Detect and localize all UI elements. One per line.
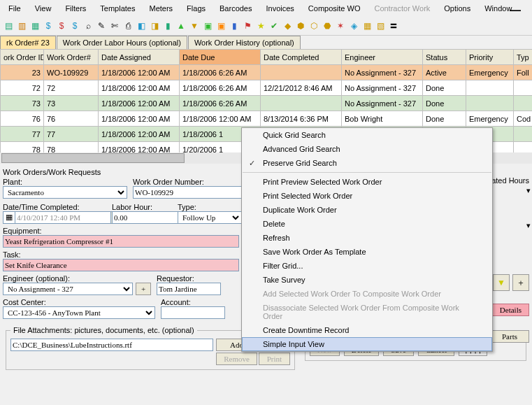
- details-button[interactable]: Details: [492, 304, 529, 316]
- toolbar-icon[interactable]: ⌕: [82, 20, 94, 31]
- col-engineer[interactable]: Engineer: [342, 50, 423, 65]
- context-item[interactable]: Create Downtime Record: [242, 323, 492, 337]
- parts-button[interactable]: Parts: [490, 330, 529, 343]
- scrollbar-thumb[interactable]: [1, 153, 185, 163]
- equipment-input[interactable]: [3, 235, 239, 248]
- tab-history[interactable]: Work Order History (optional): [188, 36, 301, 49]
- context-item[interactable]: Advanced Grid Search: [242, 142, 492, 156]
- col-work-order-id[interactable]: ork Order ID: [1, 50, 44, 65]
- toolbar-icon[interactable]: ▣: [202, 20, 213, 31]
- context-item[interactable]: Filter Grid...: [242, 259, 492, 273]
- filter-button[interactable]: ▼: [493, 274, 510, 291]
- toolbar-icon[interactable]: ✔: [268, 20, 280, 31]
- menu-view[interactable]: View: [28, 3, 59, 14]
- toolbar-icon[interactable]: ✶: [335, 20, 346, 31]
- menu-meters[interactable]: Meters: [142, 3, 180, 14]
- menu-composite-wo[interactable]: Composite WO: [301, 3, 368, 14]
- est-hours-dropdown-icon[interactable]: ▾: [526, 186, 531, 195]
- context-item[interactable]: Duplicate Work Order: [242, 203, 492, 217]
- table-row[interactable]: 72721/18/2006 12:00 AM1/18/2006 6:26 AM1…: [1, 80, 533, 96]
- context-item[interactable]: Save Work Order As Template: [242, 245, 492, 259]
- add-engineer-button[interactable]: +: [136, 283, 151, 295]
- toolbar-icon[interactable]: ▲: [175, 20, 187, 31]
- context-menu[interactable]: Quick Grid SearchAdvanced Grid SearchPre…: [241, 127, 493, 352]
- dropdown-icon-2[interactable]: ▾: [526, 221, 531, 230]
- toolbar-icon[interactable]: ◧: [136, 20, 147, 31]
- context-item[interactable]: Simple Input View: [242, 337, 492, 351]
- toolbar-icon[interactable]: $: [43, 20, 54, 31]
- col-date-assigned[interactable]: Date Assigned: [99, 50, 180, 65]
- cell: 1/18/2006 12:00 AM: [99, 142, 180, 153]
- menu-flags[interactable]: Flags: [180, 3, 213, 14]
- context-item[interactable]: Print Preview Selected Work Order: [242, 175, 492, 189]
- context-item[interactable]: Preserve Grid Search: [242, 156, 492, 170]
- context-item[interactable]: Delete: [242, 217, 492, 231]
- cost-center-select[interactable]: CC-123-456 - AnyTown Plant: [3, 306, 155, 319]
- add-button[interactable]: ＋: [512, 274, 529, 291]
- tab-labor-hours[interactable]: Work Order Labor Hours (optional): [57, 36, 187, 49]
- requestor-input[interactable]: [157, 283, 221, 295]
- attachment-path-input[interactable]: [10, 339, 213, 351]
- cell: 1/18/2006 6:26 AM: [180, 96, 261, 111]
- col-date-due[interactable]: Date Due: [180, 50, 261, 65]
- menu-templates[interactable]: Templates: [93, 3, 142, 14]
- toolbar-icon[interactable]: $: [56, 20, 67, 31]
- col-priority[interactable]: Priority: [466, 50, 514, 65]
- menu-filters[interactable]: Filters: [58, 3, 93, 14]
- cell: No Assignment - 327: [342, 80, 423, 96]
- tab-work-order-23[interactable]: rk Order# 23: [0, 36, 56, 49]
- cell: Done: [423, 111, 466, 127]
- type-select[interactable]: Follow Up: [178, 211, 242, 224]
- toolbar-icon[interactable]: ▼: [189, 20, 200, 31]
- toolbar-icon[interactable]: $: [69, 20, 80, 31]
- toolbar-icon[interactable]: ◆: [282, 20, 293, 31]
- context-item[interactable]: Take Survey: [242, 273, 492, 287]
- col-work-order-num[interactable]: Work Order#: [44, 50, 99, 65]
- toolbar-icon[interactable]: ✄: [109, 20, 120, 31]
- engineer-select[interactable]: No Assignment - 327: [3, 283, 133, 295]
- context-item[interactable]: Print Selected Work Order: [242, 189, 492, 203]
- work-order-number-input[interactable]: [133, 186, 243, 199]
- date-time-completed-input[interactable]: [15, 211, 111, 224]
- col-date-completed[interactable]: Date Completed: [261, 50, 342, 65]
- toolbar-icon[interactable]: ▦: [361, 20, 373, 31]
- menu-options[interactable]: Options: [437, 3, 477, 14]
- menu-barcodes[interactable]: Barcodes: [213, 3, 259, 14]
- cell: 1/18/2006 12:00 AM: [99, 127, 180, 142]
- cell: 8/13/2014 6:36 PM: [261, 111, 342, 127]
- cell: [261, 96, 342, 111]
- toolbar-icon[interactable]: ⎙: [122, 20, 134, 31]
- task-input[interactable]: [3, 259, 239, 271]
- cell: Done: [423, 96, 466, 111]
- table-row[interactable]: 76761/18/2006 12:00 AM1/18/2006 12:00 AM…: [1, 111, 533, 127]
- toolbar-icon[interactable]: ★: [255, 20, 266, 31]
- toolbar-icon[interactable]: ◨: [149, 20, 160, 31]
- context-item[interactable]: Quick Grid Search: [242, 128, 492, 142]
- table-row[interactable]: 23WO-1099291/18/2006 12:00 AM1/18/2006 6…: [1, 65, 533, 80]
- toolbar-icon[interactable]: ▧: [375, 20, 386, 31]
- toolbar-icon[interactable]: ⬣: [322, 20, 333, 31]
- toolbar-icon[interactable]: ⬢: [295, 20, 306, 31]
- menu-invoices[interactable]: Invoices: [259, 3, 301, 14]
- col-type[interactable]: Typ: [514, 50, 533, 65]
- toolbar-icon[interactable]: ▥: [16, 20, 27, 31]
- toolbar-icon[interactable]: ◈: [348, 20, 359, 31]
- plant-select[interactable]: Sacramento: [3, 186, 127, 199]
- account-input[interactable]: [161, 306, 225, 319]
- toolbar-icon[interactable]: ⚑: [242, 20, 253, 31]
- col-status[interactable]: Status: [423, 50, 466, 65]
- table-row[interactable]: 73731/18/2006 12:00 AM1/18/2006 6:26 AMN…: [1, 96, 533, 111]
- toolbar-icon[interactable]: ⬡: [308, 20, 319, 31]
- minimize-icon[interactable]: —: [503, 3, 528, 18]
- context-item[interactable]: Refresh: [242, 231, 492, 245]
- toolbar-icon[interactable]: ▦: [29, 20, 41, 31]
- cell: Done: [423, 80, 466, 96]
- toolbar-icon[interactable]: ▤: [3, 20, 14, 31]
- toolbar-icon[interactable]: ▣: [215, 20, 227, 31]
- toolbar-icon[interactable]: ▮: [162, 20, 173, 31]
- menu-file[interactable]: File: [1, 3, 28, 14]
- toolbar-icon[interactable]: ▮: [229, 20, 240, 31]
- calendar-icon[interactable]: ▦: [3, 211, 15, 224]
- toolbar-icon[interactable]: ✎: [96, 20, 107, 31]
- toolbar-icon[interactable]: 〓: [388, 20, 399, 31]
